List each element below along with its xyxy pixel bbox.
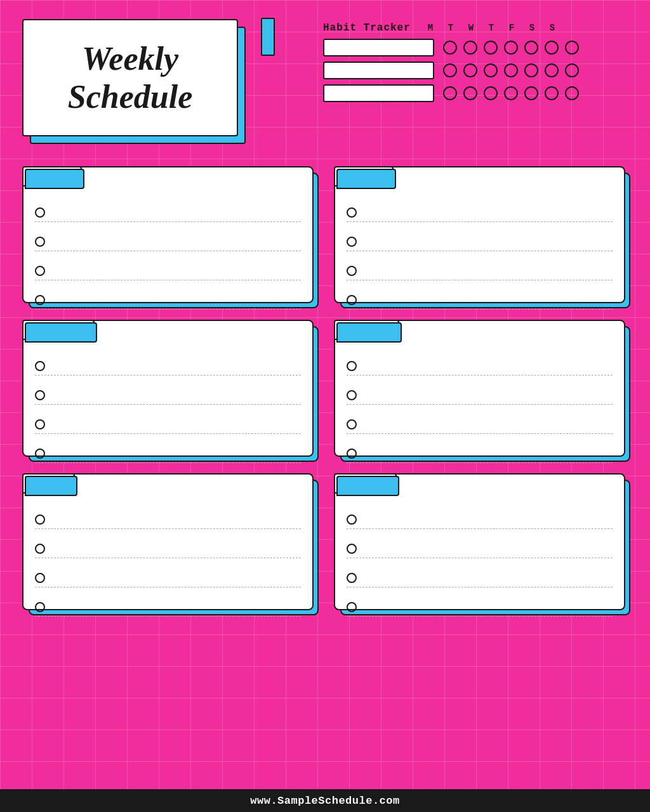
habit-circle[interactable] xyxy=(524,63,538,77)
task-item[interactable] xyxy=(347,353,613,376)
task-item[interactable] xyxy=(347,535,613,558)
habit-day-s1: S xyxy=(525,23,539,33)
habit-circle[interactable] xyxy=(545,41,559,55)
task-circle[interactable] xyxy=(347,361,357,371)
day-label-tab-shadow-friday: Friday xyxy=(25,476,77,496)
habit-circle[interactable] xyxy=(463,63,477,77)
day-card-friday: Friday Friday xyxy=(22,473,316,613)
task-item[interactable] xyxy=(347,565,613,587)
task-item[interactable] xyxy=(35,411,301,434)
task-circle[interactable] xyxy=(35,449,45,459)
task-circle[interactable] xyxy=(35,266,45,276)
task-circle[interactable] xyxy=(347,449,357,459)
habit-circle[interactable] xyxy=(524,86,538,100)
task-circle[interactable] xyxy=(347,573,357,583)
task-circle[interactable] xyxy=(347,207,357,218)
day-card-thursday: Thursday Thursday xyxy=(334,320,628,459)
habit-day-f: F xyxy=(505,23,519,33)
task-item[interactable] xyxy=(35,382,301,405)
habit-name-bar-2[interactable] xyxy=(323,62,434,79)
habit-circle[interactable] xyxy=(484,63,498,77)
habit-circle[interactable] xyxy=(443,63,457,77)
habit-tracker-label: Habit Tracker xyxy=(323,22,411,34)
habit-day-s2: S xyxy=(545,23,559,33)
task-list-wednesday xyxy=(35,353,301,463)
task-circle[interactable] xyxy=(347,295,357,305)
task-list-friday xyxy=(35,506,301,617)
task-circle[interactable] xyxy=(35,237,45,247)
task-circle[interactable] xyxy=(347,514,357,525)
day-label-tab-shadow-monday: Monday xyxy=(25,169,84,189)
habit-circle[interactable] xyxy=(524,41,538,55)
habit-name-bar-1[interactable] xyxy=(323,39,434,56)
task-item[interactable] xyxy=(347,258,613,280)
task-item[interactable] xyxy=(35,353,301,376)
task-circle[interactable] xyxy=(35,573,45,583)
task-circle[interactable] xyxy=(347,419,357,429)
title-block: Weekly Schedule xyxy=(22,19,263,152)
task-item[interactable] xyxy=(347,594,613,617)
task-item[interactable] xyxy=(347,199,613,222)
page-title: Weekly Schedule xyxy=(23,40,237,116)
task-item[interactable] xyxy=(347,440,613,463)
day-card-monday: Monday Monday xyxy=(22,166,316,306)
task-circle[interactable] xyxy=(35,361,45,371)
task-circle[interactable] xyxy=(347,390,357,400)
task-circle[interactable] xyxy=(35,602,45,612)
task-item[interactable] xyxy=(35,594,301,617)
habit-circle[interactable] xyxy=(565,41,579,55)
habit-circle[interactable] xyxy=(504,41,518,55)
day-label-tab-shadow-thursday: Thursday xyxy=(336,322,402,343)
habit-circle[interactable] xyxy=(565,63,579,77)
habit-circle[interactable] xyxy=(484,86,498,100)
habit-circle[interactable] xyxy=(565,86,579,100)
task-item[interactable] xyxy=(35,258,301,280)
task-item[interactable] xyxy=(35,506,301,529)
habit-day-m: M xyxy=(423,23,437,33)
task-item[interactable] xyxy=(347,506,613,529)
task-item[interactable] xyxy=(347,411,613,434)
habit-circle[interactable] xyxy=(484,41,498,55)
days-grid: Monday Monday Tuesday Tuesday xyxy=(22,166,628,613)
habit-circles-3 xyxy=(443,86,579,100)
task-item[interactable] xyxy=(35,228,301,251)
task-circle[interactable] xyxy=(35,295,45,305)
task-item[interactable] xyxy=(347,382,613,405)
habit-day-w: W xyxy=(464,23,478,33)
task-circle[interactable] xyxy=(35,544,45,554)
footer-url: www.SampleSchedule.com xyxy=(250,795,399,807)
habit-circle[interactable] xyxy=(463,41,477,55)
task-item[interactable] xyxy=(35,565,301,587)
task-circle[interactable] xyxy=(347,602,357,612)
day-label-tab-shadow-tuesday: Tuesday xyxy=(336,169,396,189)
task-item[interactable] xyxy=(35,199,301,222)
task-item[interactable] xyxy=(35,535,301,558)
task-item[interactable] xyxy=(347,287,613,310)
day-card-tuesday: Tuesday Tuesday xyxy=(334,166,628,306)
task-circle[interactable] xyxy=(35,390,45,400)
task-circle[interactable] xyxy=(35,419,45,429)
task-circle[interactable] xyxy=(35,207,45,218)
habit-circle[interactable] xyxy=(463,86,477,100)
title-tab xyxy=(261,18,275,56)
day-card-saturday: Saturday Saturday xyxy=(334,473,628,613)
task-circle[interactable] xyxy=(347,266,357,276)
task-item[interactable] xyxy=(35,440,301,463)
habit-circle[interactable] xyxy=(504,86,518,100)
habit-circle[interactable] xyxy=(545,63,559,77)
task-item[interactable] xyxy=(35,287,301,310)
habit-circle[interactable] xyxy=(443,41,457,55)
habit-circle[interactable] xyxy=(545,86,559,100)
day-label-tab-shadow-saturday: Saturday xyxy=(336,476,399,496)
habit-tracker: Habit Tracker M T W T F S S xyxy=(323,19,628,107)
task-item[interactable] xyxy=(347,228,613,251)
task-circle[interactable] xyxy=(35,514,45,525)
habit-row-2 xyxy=(323,62,628,79)
habit-name-bar-3[interactable] xyxy=(323,84,434,102)
habit-circle[interactable] xyxy=(504,63,518,77)
task-circle[interactable] xyxy=(347,237,357,247)
habit-circle[interactable] xyxy=(443,86,457,100)
habit-circles-2 xyxy=(443,63,579,77)
habit-day-t2: T xyxy=(484,23,498,33)
task-circle[interactable] xyxy=(347,544,357,554)
